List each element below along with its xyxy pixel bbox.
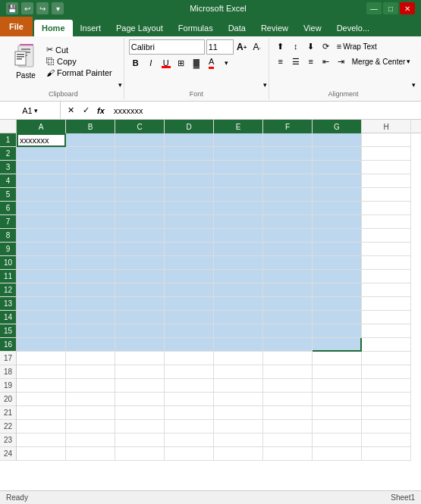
cell-A5[interactable]: [17, 188, 66, 202]
font-expand-button[interactable]: ▾: [263, 81, 267, 89]
cell-C9[interactable]: [115, 243, 165, 256]
cell-H7[interactable]: [362, 215, 411, 229]
row-header-5[interactable]: 5: [0, 188, 16, 202]
cell-H6[interactable]: [362, 202, 411, 215]
cell-B1[interactable]: [66, 133, 115, 147]
tab-review[interactable]: Review: [253, 20, 296, 36]
cell-H8[interactable]: [362, 229, 411, 243]
window-controls[interactable]: — □ ✕: [366, 2, 415, 14]
cell-D11[interactable]: [165, 270, 214, 283]
row-header-3[interactable]: 3: [0, 161, 16, 174]
cell-F16[interactable]: [263, 338, 313, 352]
cell-H15[interactable]: [362, 324, 411, 338]
cell-E5[interactable]: [214, 188, 263, 202]
cell-F19[interactable]: [263, 379, 313, 393]
cell-B20[interactable]: [66, 393, 115, 406]
col-header-g[interactable]: G: [313, 120, 362, 133]
cell-H11[interactable]: [362, 270, 411, 283]
alignment-expand-button[interactable]: ▾: [412, 81, 416, 89]
cell-E1[interactable]: [214, 133, 263, 147]
cell-A21[interactable]: [17, 406, 66, 420]
cell-D24[interactable]: [165, 447, 214, 461]
tab-insert[interactable]: Insert: [73, 20, 109, 36]
cell-C20[interactable]: [115, 393, 165, 406]
cell-H10[interactable]: [362, 256, 411, 270]
row-header-15[interactable]: 15: [0, 324, 16, 338]
cell-F4[interactable]: [263, 174, 313, 188]
col-header-h[interactable]: H: [362, 120, 411, 133]
row-header-16[interactable]: 16: [0, 338, 16, 352]
cell-B19[interactable]: [66, 379, 115, 393]
underline-button[interactable]: U: [159, 56, 173, 70]
italic-button[interactable]: I: [144, 56, 158, 70]
cell-ref-dropdown-icon[interactable]: ▾: [34, 107, 38, 114]
cell-E16[interactable]: [214, 338, 263, 352]
cell-B3[interactable]: [66, 161, 115, 174]
cell-A2[interactable]: [17, 147, 66, 161]
decrease-indent-button[interactable]: ⇤: [319, 55, 333, 68]
cell-A16[interactable]: [17, 338, 66, 352]
cell-F24[interactable]: [263, 447, 313, 461]
merge-center-button[interactable]: Merge & Center ▾: [350, 57, 413, 67]
cell-E10[interactable]: [214, 256, 263, 270]
tab-developer[interactable]: Develo...: [329, 20, 377, 36]
cell-B23[interactable]: [66, 434, 115, 447]
cell-A12[interactable]: [17, 283, 66, 297]
cell-G20[interactable]: [313, 393, 362, 406]
font-name-input[interactable]: [129, 39, 205, 55]
cell-E18[interactable]: [214, 365, 263, 379]
save-icon[interactable]: 💾: [6, 2, 18, 14]
cell-B13[interactable]: [66, 297, 115, 311]
clipboard-expand-icon[interactable]: ▾: [118, 81, 122, 89]
row-header-24[interactable]: 24: [0, 447, 16, 461]
row-header-18[interactable]: 18: [0, 365, 16, 379]
cell-D1[interactable]: [165, 133, 214, 147]
maximize-button[interactable]: □: [383, 2, 398, 14]
cell-B16[interactable]: [66, 338, 115, 352]
row-header-8[interactable]: 8: [0, 229, 16, 243]
cell-G7[interactable]: [313, 215, 362, 229]
quick-access-toolbar[interactable]: 💾 ↩ ↪ ▾: [6, 2, 64, 14]
cell-G12[interactable]: [313, 283, 362, 297]
row-header-11[interactable]: 11: [0, 270, 16, 283]
cell-E6[interactable]: [214, 202, 263, 215]
undo-icon[interactable]: ↩: [21, 2, 33, 14]
cell-B8[interactable]: [66, 229, 115, 243]
align-center-button[interactable]: ☰: [289, 55, 303, 68]
cell-E19[interactable]: [214, 379, 263, 393]
align-left-button[interactable]: ≡: [274, 55, 287, 68]
increase-indent-button[interactable]: ⇥: [335, 55, 348, 68]
cell-E4[interactable]: [214, 174, 263, 188]
cell-B15[interactable]: [66, 324, 115, 338]
cut-button[interactable]: ✂ Cut: [44, 44, 115, 55]
cell-B2[interactable]: [66, 147, 115, 161]
cell-C3[interactable]: [115, 161, 165, 174]
cell-F7[interactable]: [263, 215, 313, 229]
cell-H21[interactable]: [362, 406, 411, 420]
cell-A14[interactable]: [17, 311, 66, 324]
cell-G11[interactable]: [313, 270, 362, 283]
cell-F11[interactable]: [263, 270, 313, 283]
cell-A4[interactable]: [17, 174, 66, 188]
increase-font-button[interactable]: A+: [235, 40, 249, 54]
fill-color-button[interactable]: ▓: [190, 56, 203, 70]
cell-H14[interactable]: [362, 311, 411, 324]
cell-A8[interactable]: [17, 229, 66, 243]
cell-G14[interactable]: [313, 311, 362, 324]
cell-E21[interactable]: [214, 406, 263, 420]
cell-C6[interactable]: [115, 202, 165, 215]
cell-B11[interactable]: [66, 270, 115, 283]
cell-F8[interactable]: [263, 229, 313, 243]
cell-F21[interactable]: [263, 406, 313, 420]
sheet-tab[interactable]: Sheet1: [391, 493, 415, 502]
cell-E14[interactable]: [214, 311, 263, 324]
cell-D20[interactable]: [165, 393, 214, 406]
cell-D12[interactable]: [165, 283, 214, 297]
tab-formulas[interactable]: Formulas: [171, 20, 221, 36]
cell-H3[interactable]: [362, 161, 411, 174]
cell-G24[interactable]: [313, 447, 362, 461]
cell-D13[interactable]: [165, 297, 214, 311]
cell-H12[interactable]: [362, 283, 411, 297]
cell-E13[interactable]: [214, 297, 263, 311]
formula-confirm-icon[interactable]: ✓: [79, 104, 93, 117]
